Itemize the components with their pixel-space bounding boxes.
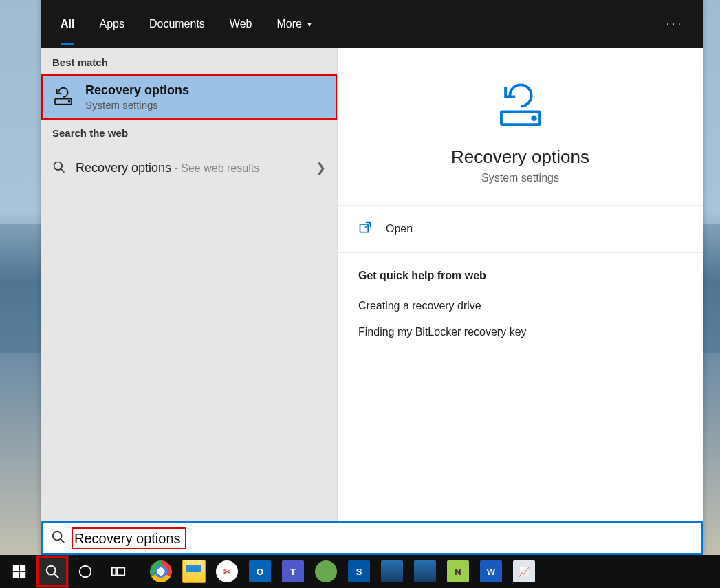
help-link-recovery-drive[interactable]: Creating a recovery drive [358, 293, 682, 319]
svg-line-4 [61, 168, 65, 172]
taskbar-app-teams[interactable]: T [276, 555, 309, 588]
preview-right-panel: Recovery options System settings Open Ge… [337, 48, 703, 521]
best-match-result[interactable]: Recovery options System settings [41, 75, 337, 119]
cortana-button[interactable] [69, 555, 102, 588]
taskbar: ✂ O T S N W 📈 [0, 555, 720, 588]
open-icon [358, 221, 372, 237]
search-taskbar-button[interactable] [36, 555, 69, 588]
taskbar-app-explorer[interactable] [177, 555, 210, 588]
svg-point-3 [54, 162, 63, 170]
search-box[interactable]: Recovery options [41, 521, 703, 555]
web-result-row[interactable]: Recovery options - See web results ❯ [41, 146, 337, 190]
tab-apps[interactable]: Apps [99, 18, 124, 30]
web-result-text: Recovery options - See web results [76, 161, 259, 175]
svg-rect-10 [13, 565, 19, 571]
best-match-title: Recovery options [85, 83, 189, 98]
svg-line-9 [61, 539, 65, 543]
recovery-icon [52, 86, 74, 108]
chevron-down-icon: ▼ [306, 21, 313, 28]
search-icon [51, 530, 73, 547]
svg-line-15 [54, 574, 58, 578]
more-options-icon[interactable]: ··· [666, 18, 684, 30]
search-web-heading: Search the web [41, 119, 337, 146]
search-icon [52, 160, 66, 176]
taskbar-app-globalprotect[interactable] [309, 555, 342, 588]
svg-point-6 [532, 116, 536, 120]
taskbar-app-resmon[interactable]: 📈 [508, 555, 541, 588]
best-match-subtitle: System settings [85, 99, 189, 111]
tab-web[interactable]: Web [230, 18, 252, 30]
recovery-large-icon [494, 122, 547, 134]
svg-point-8 [53, 532, 62, 541]
task-view-button[interactable] [102, 555, 135, 588]
tab-more[interactable]: More ▼ [276, 18, 312, 30]
search-input-value[interactable]: Recovery options [73, 529, 185, 548]
preview-subtitle: System settings [338, 172, 703, 184]
best-match-heading: Best match [41, 48, 337, 75]
preview-title: Recovery options [338, 146, 703, 168]
svg-rect-17 [112, 568, 116, 576]
quick-help-heading: Get quick help from web [358, 270, 682, 282]
svg-rect-18 [117, 568, 124, 576]
taskbar-app-snip[interactable]: ✂ [210, 555, 243, 588]
svg-point-14 [47, 566, 56, 575]
search-tabbar: All Apps Documents Web More ▼ ··· [41, 0, 703, 48]
svg-point-16 [80, 566, 91, 578]
results-left-panel: Best match Recovery options System setti… [41, 48, 337, 521]
open-action[interactable]: Open [338, 206, 703, 253]
help-link-bitlocker-key[interactable]: Finding my BitLocker recovery key [358, 319, 682, 345]
chevron-right-icon: ❯ [316, 160, 326, 175]
taskbar-app-chrome[interactable] [144, 555, 177, 588]
open-label: Open [386, 223, 413, 235]
svg-point-2 [69, 101, 70, 102]
tab-all[interactable]: All [61, 18, 74, 30]
taskbar-app-remote2[interactable] [408, 555, 441, 588]
taskbar-app-outlook[interactable]: O [243, 555, 276, 588]
svg-rect-13 [20, 572, 25, 578]
start-button[interactable] [3, 555, 36, 588]
svg-rect-11 [20, 565, 25, 571]
start-search-popup: All Apps Documents Web More ▼ ··· Best m… [41, 0, 703, 555]
taskbar-app-notepadpp[interactable]: N [441, 555, 474, 588]
tab-documents[interactable]: Documents [149, 18, 205, 30]
svg-rect-12 [13, 572, 19, 578]
tab-more-label: More [276, 18, 301, 30]
taskbar-app-word[interactable]: W [474, 555, 508, 588]
taskbar-app-remote1[interactable] [375, 555, 408, 588]
taskbar-app-sophos[interactable]: S [342, 555, 375, 588]
